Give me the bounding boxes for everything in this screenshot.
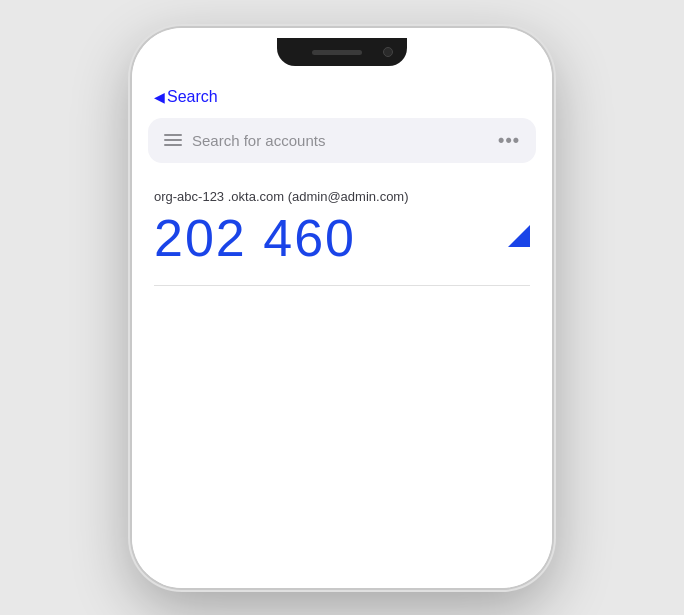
back-chevron-icon: ◀ [154, 89, 165, 105]
screen-content: ◀ Search Search for accounts ••• org-abc… [132, 28, 552, 588]
phone-frame: ◀ Search Search for accounts ••• org-abc… [132, 28, 552, 588]
hamburger-line-1 [164, 134, 182, 136]
account-number-row: 202 460 [154, 210, 530, 267]
search-bar[interactable]: Search for accounts ••• [148, 118, 536, 163]
hamburger-icon[interactable] [164, 134, 182, 146]
divider [154, 285, 530, 286]
svg-marker-0 [508, 225, 530, 247]
account-section: org-abc-123 .okta.com (admin@admin.com) … [132, 179, 552, 273]
signal-icon [508, 225, 530, 247]
hamburger-line-3 [164, 144, 182, 146]
account-number: 202 460 [154, 210, 356, 267]
back-navigation[interactable]: ◀ Search [132, 78, 552, 114]
more-options-icon[interactable]: ••• [498, 130, 520, 151]
notch-area [132, 28, 552, 72]
camera [383, 47, 393, 57]
account-subtitle: org-abc-123 .okta.com (admin@admin.com) [154, 189, 530, 204]
speaker [312, 50, 362, 55]
notch [277, 38, 407, 66]
phone-screen: ◀ Search Search for accounts ••• org-abc… [132, 28, 552, 588]
search-input[interactable]: Search for accounts [192, 132, 488, 149]
hamburger-line-2 [164, 139, 182, 141]
back-label[interactable]: Search [167, 88, 218, 106]
